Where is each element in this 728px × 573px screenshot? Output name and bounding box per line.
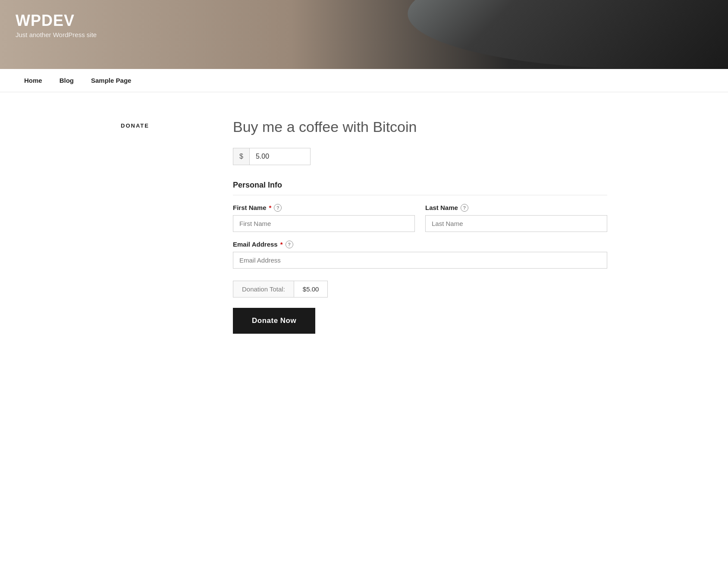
nav-link-home[interactable]: Home [16, 69, 51, 92]
page-wrapper: DONATE Buy me a coffee with Bitcoin $ Pe… [105, 92, 623, 368]
nav-link-sample[interactable]: Sample Page [82, 69, 140, 92]
donation-total-label: Donation Total: [233, 281, 294, 297]
email-help-icon[interactable]: ? [286, 241, 293, 248]
personal-info-heading: Personal Info [233, 181, 607, 195]
name-row: First Name * ? Last Name ? [233, 204, 607, 232]
currency-symbol: $ [233, 148, 250, 165]
last-name-label-text: Last Name [425, 204, 458, 211]
nav-item-home[interactable]: Home [16, 69, 51, 92]
email-group: Email Address * ? [233, 241, 607, 269]
email-label: Email Address * ? [233, 241, 607, 248]
sidebar-title: DONATE [121, 122, 207, 129]
first-name-input[interactable] [233, 215, 415, 232]
site-nav: Home Blog Sample Page [0, 69, 728, 92]
amount-input[interactable] [250, 148, 310, 165]
email-label-text: Email Address [233, 241, 278, 248]
last-name-help-icon[interactable]: ? [461, 204, 468, 212]
site-title: WPDEV [16, 12, 97, 29]
sidebar: DONATE [121, 118, 207, 334]
amount-row: $ [233, 148, 311, 165]
site-branding: WPDEV Just another WordPress site [16, 12, 97, 38]
last-name-label: Last Name ? [425, 204, 607, 212]
donation-total-value: $5.00 [294, 281, 328, 297]
site-header: WPDEV Just another WordPress site [0, 0, 728, 69]
last-name-input[interactable] [425, 215, 607, 232]
donate-heading: Buy me a coffee with Bitcoin [233, 118, 607, 136]
first-name-label: First Name * ? [233, 204, 415, 212]
main-content: Buy me a coffee with Bitcoin $ Personal … [233, 118, 607, 334]
nav-link-blog[interactable]: Blog [51, 69, 82, 92]
first-name-help-icon[interactable]: ? [274, 204, 282, 212]
site-description: Just another WordPress site [16, 31, 97, 38]
donation-total-row: Donation Total: $5.00 [233, 281, 328, 297]
donate-now-button[interactable]: Donate Now [233, 308, 315, 334]
first-name-required: * [269, 204, 272, 211]
email-required: * [280, 241, 283, 248]
email-input[interactable] [233, 252, 607, 269]
nav-item-blog[interactable]: Blog [51, 69, 82, 92]
last-name-group: Last Name ? [425, 204, 607, 232]
nav-menu: Home Blog Sample Page [16, 69, 712, 92]
first-name-group: First Name * ? [233, 204, 415, 232]
first-name-label-text: First Name [233, 204, 267, 211]
nav-item-sample[interactable]: Sample Page [82, 69, 140, 92]
